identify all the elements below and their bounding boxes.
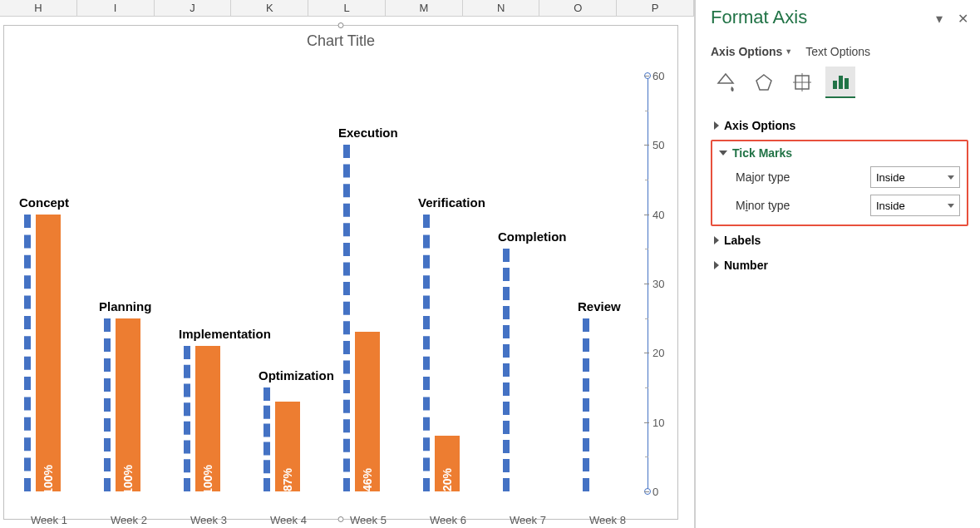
y-minor-tick (645, 249, 648, 249)
y-tick-label: 60 (653, 70, 664, 82)
major-type-label: Major type (736, 170, 790, 184)
bar-percent-label: 46% (361, 468, 374, 491)
bar-percent-label: 20% (441, 468, 454, 491)
stage-label: Implementation (179, 327, 271, 341)
col-header[interactable]: H (0, 0, 77, 16)
svg-marker-0 (756, 75, 771, 90)
bar-percent-label: 87% (281, 468, 294, 491)
section-axis-options[interactable]: Axis Options (714, 119, 965, 132)
x-tick-label: Week 4 (249, 514, 328, 526)
col-header[interactable]: N (463, 0, 540, 16)
effects-icon[interactable] (749, 67, 779, 98)
y-tick-label: 50 (653, 139, 664, 151)
bar-max[interactable] (184, 346, 195, 491)
minor-type-label: Minor type (736, 199, 790, 212)
col-header[interactable]: P (617, 0, 694, 16)
format-axis-pane: Format Axis ▾ ✕ Axis Options ▼ Text Opti… (695, 0, 980, 528)
stage-label: Concept (19, 195, 69, 210)
bar-max[interactable] (24, 215, 36, 491)
col-header[interactable]: K (231, 0, 308, 16)
y-major-tick (644, 422, 649, 423)
y-minor-tick (645, 318, 648, 319)
bar-progress[interactable]: 100% (116, 318, 140, 491)
bar-max[interactable] (583, 318, 594, 491)
bars-area: 100%Concept100%Planning100%Implementatio… (9, 76, 648, 491)
svg-rect-4 (833, 81, 837, 89)
x-tick-label: Week 5 (328, 514, 408, 526)
bar-percent-label: 100% (42, 465, 55, 495)
section-tick-marks[interactable]: Tick Marks (719, 146, 960, 160)
major-type-dropdown[interactable]: Inside (870, 166, 960, 188)
bar-max[interactable] (263, 387, 275, 491)
y-minor-tick (645, 387, 648, 388)
y-tick-label: 0 (653, 486, 658, 498)
size-properties-icon[interactable] (787, 67, 817, 98)
col-header[interactable]: J (155, 0, 232, 16)
y-tick-label: 10 (653, 416, 664, 428)
y-minor-tick (645, 180, 648, 180)
section-number[interactable]: Number (714, 259, 965, 272)
bar-progress[interactable]: 100% (195, 346, 220, 491)
y-minor-tick (645, 111, 648, 111)
x-tick-label: Week 2 (89, 514, 169, 526)
axis-options-icon[interactable] (825, 67, 855, 98)
chart-object[interactable]: Chart Title 100%Concept100%Planning100%I… (3, 25, 678, 520)
svg-rect-6 (845, 78, 849, 89)
col-header[interactable]: O (539, 0, 617, 16)
y-major-tick (644, 284, 649, 284)
tab-text-options[interactable]: Text Options (805, 45, 870, 58)
col-header[interactable]: I (77, 0, 155, 16)
col-header[interactable]: L (308, 0, 386, 16)
close-icon[interactable]: ✕ (958, 12, 968, 26)
chart-title[interactable]: Chart Title (4, 32, 677, 50)
bar-percent-label: 100% (201, 465, 214, 495)
y-major-tick (644, 145, 649, 146)
y-tick-label: 40 (653, 208, 664, 220)
bar-progress[interactable]: 20% (435, 436, 460, 491)
bar-progress[interactable]: 46% (355, 332, 380, 491)
tick-marks-callout: Tick Marks Major type Inside Minor type … (711, 140, 968, 226)
section-labels[interactable]: Labels (714, 234, 965, 247)
y-major-tick (644, 76, 649, 76)
x-tick-label: Week 3 (169, 514, 249, 526)
y-major-tick (644, 491, 649, 492)
bar-max[interactable] (104, 318, 116, 491)
pane-options-icon[interactable]: ▾ (936, 12, 943, 26)
x-tick-label: Week 6 (408, 514, 488, 526)
fill-line-icon[interactable] (711, 67, 741, 98)
bar-progress[interactable]: 87% (275, 402, 300, 491)
collapse-icon (719, 151, 727, 155)
stage-label: Verification (418, 195, 485, 210)
svg-rect-5 (839, 76, 843, 89)
y-axis[interactable]: 0102030405060 (648, 76, 677, 491)
stage-label: Planning (99, 299, 151, 313)
y-tick-label: 30 (653, 278, 664, 290)
pane-title: Format Axis (711, 7, 807, 28)
stage-label: Optimization (259, 368, 334, 382)
bar-max[interactable] (503, 249, 515, 491)
chevron-down-icon: ▼ (785, 47, 792, 56)
bar-progress[interactable]: 100% (36, 215, 61, 491)
y-tick-label: 20 (653, 347, 664, 359)
minor-type-dropdown[interactable]: Inside (870, 195, 960, 216)
expand-icon (714, 261, 719, 269)
expand-icon (714, 236, 719, 244)
stage-label: Review (578, 299, 621, 313)
x-tick-label: Week 7 (488, 514, 568, 526)
chart-resize-handle[interactable] (338, 22, 344, 28)
bar-max[interactable] (343, 145, 355, 491)
col-header[interactable]: M (386, 0, 463, 16)
stage-label: Execution (338, 126, 398, 140)
plot-area[interactable]: 100%Concept100%Planning100%Implementatio… (9, 76, 648, 508)
x-axis-labels: Week 1Week 2Week 3Week 4Week 5Week 6Week… (9, 514, 648, 526)
bar-percent-label: 100% (121, 465, 135, 495)
y-minor-tick (645, 456, 648, 457)
expand-icon (714, 121, 719, 130)
x-tick-label: Week 1 (9, 514, 89, 526)
bar-max[interactable] (423, 215, 435, 491)
column-headers: H I J K L M N O P (0, 0, 694, 17)
x-tick-label: Week 8 (568, 514, 648, 526)
stage-label: Completion (498, 229, 567, 244)
y-major-tick (644, 215, 649, 215)
tab-axis-options[interactable]: Axis Options ▼ (711, 45, 792, 58)
